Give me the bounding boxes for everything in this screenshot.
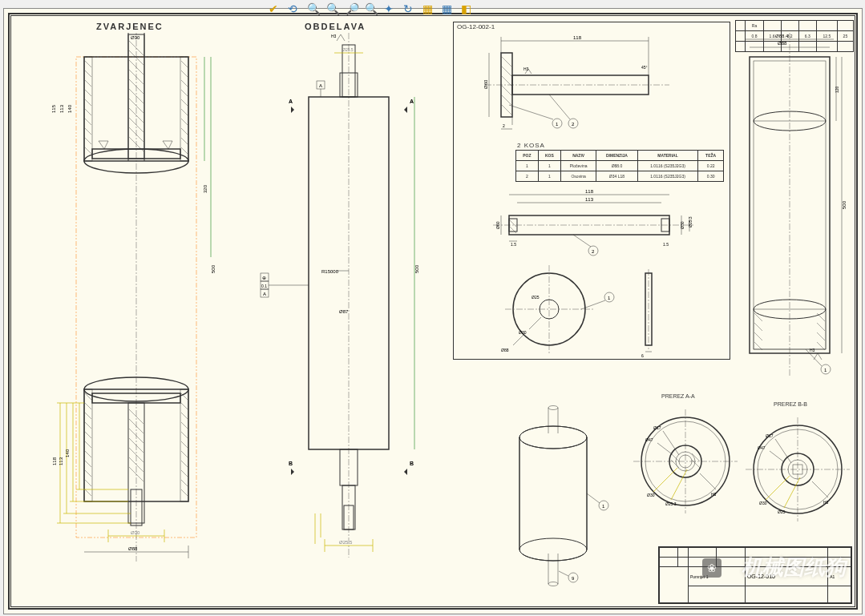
svg-line-146	[502, 86, 511, 95]
svg-text:R15000: R15000	[321, 269, 339, 274]
section-a: H3 Ø47 Ø30 Ø25.3 Ø17	[629, 405, 742, 517]
detail-shaft: 118 113 Ø60 Ø30 Ø25.3 1.5 1.5 2	[477, 185, 717, 265]
svg-line-52	[85, 461, 91, 467]
svg-text:A: A	[289, 99, 293, 104]
svg-line-27	[85, 138, 91, 144]
svg-text:A: A	[263, 292, 266, 296]
svg-line-23	[85, 99, 91, 106]
svg-line-195	[529, 317, 541, 329]
svg-line-36	[181, 128, 188, 135]
svg-text:Ø25: Ø25	[778, 509, 786, 514]
svg-text:A: A	[319, 83, 322, 88]
svg-line-66	[181, 489, 188, 496]
svg-text:Ø47: Ø47	[758, 445, 766, 450]
svg-text:Ø30: Ø30	[759, 501, 767, 505]
svg-line-255	[671, 460, 679, 468]
svg-text:Ø47: Ø47	[645, 437, 653, 442]
svg-line-48	[85, 422, 91, 429]
refresh-icon[interactable]: ↻	[403, 2, 416, 15]
svg-line-25	[85, 119, 91, 125]
svg-line-148	[502, 105, 511, 115]
svg-text:1: 1	[824, 368, 827, 372]
svg-text:Ø17: Ø17	[653, 425, 661, 430]
svg-line-20	[85, 70, 91, 77]
section-b-title: PREREZ B-B	[774, 401, 807, 407]
svg-text:B: B	[410, 461, 414, 466]
svg-line-166	[549, 95, 570, 119]
svg-line-35	[181, 119, 188, 125]
green-check-icon[interactable]: ✔	[269, 2, 281, 15]
svg-line-282	[770, 451, 783, 461]
right-view: Ø88 Ø88.4 500 120 1 H3	[734, 33, 854, 385]
grid-icon[interactable]: ▦	[442, 2, 455, 15]
section-b: H3 Ø47 Ø30 Ø25 Ø17	[742, 413, 854, 525]
section-a-title: PREREZ A-A	[661, 393, 695, 399]
svg-text:2: 2	[503, 123, 505, 128]
svg-line-279	[812, 481, 828, 497]
search-icon[interactable]: 🔍	[307, 2, 320, 15]
svg-point-272	[782, 453, 814, 485]
yellow-cube-icon[interactable]: ◧	[461, 2, 474, 15]
crosshair-icon[interactable]: ✦	[384, 2, 397, 15]
svg-text:140: 140	[65, 449, 70, 457]
svg-line-265	[657, 443, 671, 453]
svg-text:113: 113	[59, 457, 63, 465]
svg-text:1.5: 1.5	[663, 242, 669, 247]
svg-text:H3: H3	[810, 348, 815, 352]
toolbar[interactable]: ✔ ⟲ 🔍 🔍 🔎 🔍 ✦ ↻ ▦ ▦ ◧	[269, 2, 474, 15]
magnifier-icon[interactable]: 🔍	[365, 2, 378, 15]
svg-line-32	[181, 90, 188, 96]
yellow-block-icon[interactable]: ▦	[422, 2, 435, 15]
svg-line-245	[587, 493, 600, 503]
svg-rect-0	[76, 57, 196, 537]
roll-icon[interactable]: ⟲	[288, 2, 301, 15]
svg-text:Ø17: Ø17	[766, 433, 774, 438]
svg-line-59	[181, 422, 188, 429]
svg-text:500: 500	[842, 200, 847, 209]
svg-line-31	[181, 80, 188, 87]
svg-line-145	[502, 76, 511, 86]
zoom-icon[interactable]: 🔍	[326, 2, 339, 15]
svg-line-214	[754, 332, 762, 340]
svg-text:Ø30: Ø30	[131, 530, 140, 535]
svg-text:118: 118	[52, 457, 57, 465]
svg-line-171	[510, 227, 516, 233]
svg-text:118: 118	[573, 35, 582, 40]
svg-line-24	[85, 109, 91, 115]
svg-text:H3: H3	[523, 66, 529, 71]
kosa-table: POZKOSNAZIVDIMENZIJAMATERIALTEŽA 11Ploče…	[515, 150, 724, 182]
svg-text:140: 140	[67, 104, 72, 113]
svg-text:320: 320	[203, 184, 208, 193]
watermark: 机械图纸狗	[742, 554, 846, 582]
svg-line-217	[817, 323, 825, 331]
svg-text:Ø25.5: Ø25.5	[339, 540, 353, 545]
svg-line-50	[85, 441, 91, 448]
svg-text:Ø60: Ø60	[483, 79, 488, 89]
svg-text:118: 118	[585, 189, 594, 194]
svg-rect-18	[180, 57, 188, 161]
svg-text:500: 500	[414, 264, 419, 273]
svg-line-55	[85, 489, 91, 496]
svg-text:Ø30: Ø30	[680, 221, 685, 229]
zoom-selection-icon[interactable]: 🔎	[346, 2, 358, 15]
svg-line-26	[85, 128, 91, 135]
svg-line-34	[181, 109, 188, 115]
svg-line-218	[817, 332, 825, 340]
svg-text:0.1: 0.1	[261, 284, 267, 288]
svg-text:Ø25.3: Ø25.3	[688, 216, 693, 227]
svg-text:113: 113	[585, 197, 594, 202]
svg-line-277	[766, 476, 790, 500]
svg-line-170	[510, 220, 516, 227]
svg-text:Ø88: Ø88	[501, 348, 509, 352]
svg-point-236	[519, 426, 587, 449]
svg-text:1: 1	[556, 122, 559, 127]
svg-line-60	[181, 432, 188, 438]
svg-line-65	[181, 480, 188, 486]
view-title-obdelava: OBDELAVA	[305, 22, 366, 31]
svg-line-46	[85, 403, 91, 409]
svg-text:1: 1	[608, 296, 611, 300]
view-obdelava: A A B B A R15000 Ø87 Ø25.5 500 ⊕ 0.1 A H…	[245, 33, 453, 562]
svg-line-64	[181, 470, 188, 477]
svg-line-62	[181, 451, 188, 457]
svg-line-49	[85, 432, 91, 438]
